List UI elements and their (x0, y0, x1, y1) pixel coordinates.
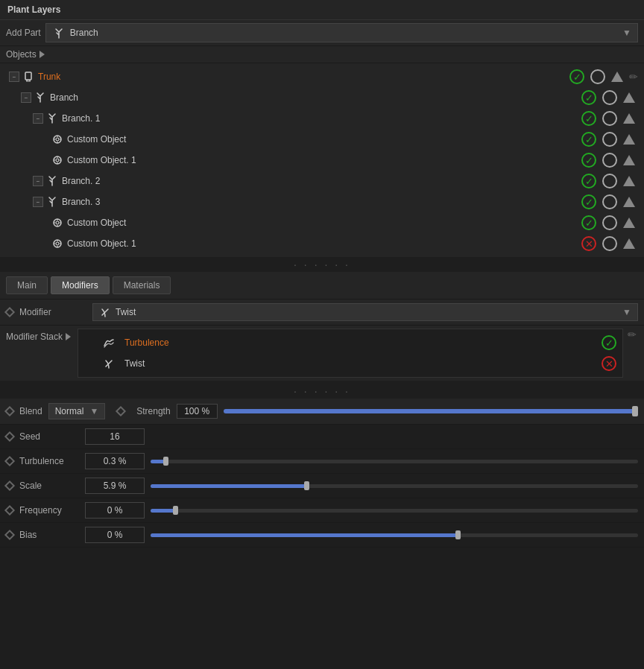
param-row-bias: Bias 0 % (0, 523, 644, 548)
svg-point-4 (56, 159, 59, 162)
customobj1b-triangle-icon[interactable] (623, 155, 635, 165)
turbulence-diamond-icon (4, 456, 15, 466)
tree-row[interactable]: Custom Object ✓ (0, 212, 644, 233)
branch3-circle-icon[interactable] (602, 194, 617, 209)
customobj1b-check-icon[interactable]: ✓ (581, 153, 596, 168)
branch2-triangle-icon[interactable] (623, 176, 635, 186)
branch3-triangle-icon[interactable] (623, 197, 635, 207)
collapse-button[interactable]: − (33, 197, 43, 207)
customobj2b-triangle-icon[interactable] (623, 238, 635, 249)
branch1-circle-icon[interactable] (602, 111, 617, 126)
stack-item[interactable]: Turbulence ✓ (78, 332, 622, 353)
strength-slider[interactable] (224, 409, 638, 413)
customobj2b-circle-icon[interactable] (602, 236, 617, 251)
objects-text: Objects (6, 49, 37, 60)
svg-point-2 (56, 138, 59, 141)
strength-label: Strength (136, 406, 170, 416)
modifier-stack-label[interactable]: Modifier Stack (6, 329, 73, 342)
modifier-label: Modifier (19, 307, 86, 317)
branch2-label: Branch. 2 (62, 176, 581, 186)
scale-value[interactable]: 5.9 % (85, 478, 145, 494)
collapse-button[interactable]: − (9, 72, 19, 82)
tab-materials[interactable]: Materials (113, 276, 171, 294)
customobj2-check-icon[interactable]: ✓ (581, 215, 596, 230)
tree-row[interactable]: − Branch. 2 ✓ (0, 171, 644, 191)
modifier-value: Twist (116, 307, 136, 317)
turbulence-icon (102, 336, 116, 349)
tree-row[interactable]: − Branch ✓ (0, 87, 644, 108)
customobj2b-check-icon[interactable]: ✕ (581, 236, 596, 251)
customobj2b-label: Custom Object. 1 (67, 238, 581, 249)
branch3-check-icon[interactable]: ✓ (581, 194, 596, 209)
branch-triangle-icon[interactable] (623, 92, 635, 103)
frequency-value[interactable]: 0 % (85, 502, 145, 519)
strength-value[interactable]: 100 % (177, 404, 218, 419)
svg-point-8 (56, 242, 59, 245)
add-part-arrow: ▼ (622, 28, 631, 38)
turbulence-check-icon[interactable]: ✓ (602, 335, 616, 350)
twist-check-icon[interactable]: ✕ (602, 356, 616, 371)
add-part-select[interactable]: Branch ▼ (45, 23, 638, 42)
tree-row[interactable]: Custom Object ✓ (0, 129, 644, 150)
bias-slider[interactable] (151, 533, 638, 537)
seed-value[interactable]: 16 (85, 428, 145, 445)
blend-select[interactable]: Normal ▼ (48, 403, 106, 419)
customobj2-circle-icon[interactable] (602, 215, 617, 230)
scale-slider[interactable] (151, 484, 638, 488)
bias-value[interactable]: 0 % (85, 527, 145, 543)
stack-item[interactable]: Twist ✕ (78, 353, 622, 374)
collapse-button[interactable]: − (21, 92, 31, 103)
stack-edit-icon[interactable]: ✏ (628, 329, 637, 340)
collapse-button[interactable]: − (33, 176, 43, 186)
blend-row: Blend Normal ▼ Strength 100 % (0, 399, 644, 425)
trunk-check-icon[interactable]: ✓ (569, 69, 584, 84)
tree-row[interactable]: Custom Object. 1 ✓ (0, 150, 644, 171)
branch1-triangle-icon[interactable] (623, 113, 635, 124)
trunk-edit-icon[interactable]: ✏ (629, 71, 638, 83)
modifier-stack-chevron (66, 333, 71, 340)
branch-check-icon[interactable]: ✓ (581, 90, 596, 105)
customobj1-circle-icon[interactable] (602, 132, 617, 147)
branch1-icon (45, 112, 59, 125)
branch-circle-icon[interactable] (602, 90, 617, 105)
add-part-value: Branch (70, 28, 98, 38)
twist-stack-icon (102, 357, 116, 370)
turbulence-param-label: Turbulence (19, 456, 79, 466)
modifier-select[interactable]: Twist ▼ (92, 303, 638, 321)
customobj1b-circle-icon[interactable] (602, 153, 617, 168)
tree-row[interactable]: − Trunk ✓ ✏ (0, 66, 644, 87)
branch2-circle-icon[interactable] (602, 174, 617, 188)
customobj1-check-icon[interactable]: ✓ (581, 132, 596, 147)
param-row-seed: Seed 16 (0, 425, 644, 449)
customobj2-triangle-icon[interactable] (623, 218, 635, 228)
branch1-check-icon[interactable]: ✓ (581, 111, 596, 126)
trunk-circle-icon[interactable] (590, 69, 605, 84)
branch3-icon (45, 195, 59, 209)
strength-slider-thumb[interactable] (632, 406, 638, 416)
branch2-check-icon[interactable]: ✓ (581, 174, 596, 188)
branch-icon (34, 91, 47, 104)
tab-modifiers[interactable]: Modifiers (51, 276, 110, 294)
turbulence-param-value[interactable]: 0.3 % (85, 453, 145, 469)
modifier-arrow: ▼ (622, 307, 631, 317)
modifier-stack-list: Turbulence ✓ Twist ✕ (78, 329, 623, 378)
modifier-stack-row: Modifier Stack Turbulence ✓ Twist (0, 326, 644, 381)
customobj1-triangle-icon[interactable] (623, 134, 635, 145)
twist-label: Twist (124, 358, 596, 369)
tree-row[interactable]: Custom Object. 1 ✕ (0, 233, 644, 254)
strength-slider-fill (224, 409, 638, 413)
turbulence-slider[interactable] (151, 460, 638, 463)
collapse-button[interactable]: − (33, 113, 43, 124)
tree-row[interactable]: − Branch. 1 ✓ (0, 108, 644, 129)
tab-main[interactable]: Main (6, 276, 48, 294)
panel-title: Plant Layers (0, 0, 644, 20)
scale-label: Scale (19, 481, 79, 491)
objects-label[interactable]: Objects (6, 49, 45, 60)
tree-row[interactable]: − Branch. 3 ✓ (0, 191, 644, 212)
frequency-label: Frequency (19, 505, 79, 516)
customobj1b-status-icons: ✓ (581, 153, 635, 168)
branch3-label: Branch. 3 (62, 197, 581, 207)
customobj1-status-icons: ✓ (581, 132, 635, 147)
frequency-slider[interactable] (151, 509, 638, 513)
trunk-triangle-icon[interactable] (611, 72, 623, 82)
